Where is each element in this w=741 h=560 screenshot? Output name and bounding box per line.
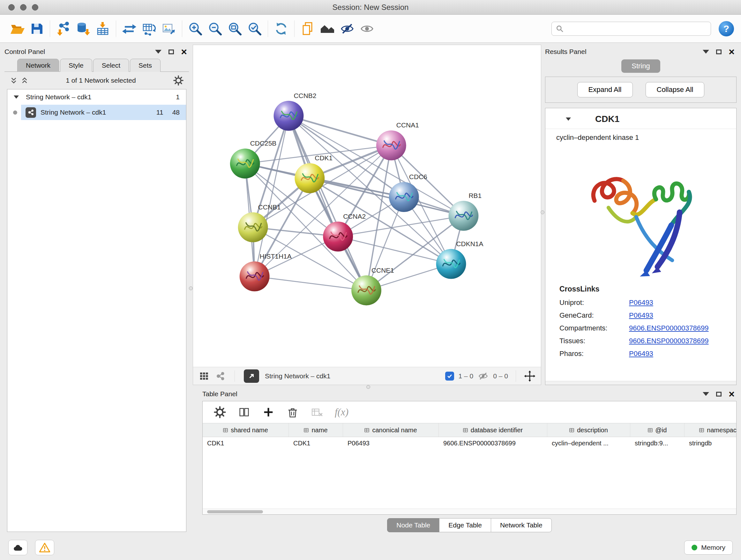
- show-columns-icon[interactable]: [238, 406, 251, 419]
- tab-node-table[interactable]: Node Table: [387, 518, 440, 532]
- splitter-handle[interactable]: [189, 287, 193, 290]
- network-node-hist1h1a[interactable]: HIST1H1A: [240, 253, 292, 292]
- column-header-namespac[interactable]: namespac: [684, 423, 736, 437]
- export-image-icon[interactable]: [159, 18, 179, 39]
- table-cell[interactable]: cyclin–dependent ...: [547, 437, 630, 450]
- search-field[interactable]: [551, 22, 711, 36]
- close-panel-icon[interactable]: ×: [729, 389, 735, 399]
- add-column-icon[interactable]: [262, 406, 275, 419]
- memory-button[interactable]: Memory: [684, 541, 733, 555]
- show-glass-eye-icon[interactable]: [357, 18, 377, 39]
- zoom-selected-icon[interactable]: [245, 18, 265, 39]
- network-node-ccna1[interactable]: CCNA1: [376, 121, 419, 160]
- table-cell[interactable]: stringdb: [684, 437, 736, 450]
- gene-card-header[interactable]: CDK1: [545, 108, 736, 129]
- float-panel-icon[interactable]: [716, 392, 722, 396]
- float-panel-icon[interactable]: [169, 50, 174, 54]
- refresh-layout-icon[interactable]: [271, 18, 291, 39]
- pan-crosshair-icon[interactable]: [524, 370, 536, 382]
- reload-network-icon[interactable]: [119, 18, 139, 39]
- close-panel-icon[interactable]: ×: [729, 47, 735, 57]
- cloud-button[interactable]: [8, 540, 27, 555]
- collection-disclosure-icon[interactable]: [14, 96, 19, 99]
- share-network-icon[interactable]: [215, 371, 226, 381]
- network-node-cdkn1a[interactable]: CDKN1A: [436, 240, 483, 279]
- birds-eye-view-icon[interactable]: [198, 370, 210, 382]
- import-table-icon[interactable]: [93, 18, 113, 39]
- help-button[interactable]: ?: [719, 21, 734, 37]
- gene-disclosure-icon[interactable]: [566, 118, 571, 121]
- gear-icon[interactable]: [173, 75, 184, 86]
- import-network-file-icon[interactable]: [53, 18, 73, 39]
- network-node-ccnb1[interactable]: CCNB1: [238, 203, 281, 242]
- table-cell[interactable]: P06493: [343, 437, 439, 450]
- crosslink-compartments[interactable]: 9606.ENSP00000378699: [629, 324, 709, 332]
- network-row[interactable]: String Network – cdk1 11 48: [7, 105, 186, 120]
- import-network-database-icon[interactable]: [73, 18, 93, 39]
- open-in-new-window-button[interactable]: [244, 369, 259, 383]
- collapse-all-icon[interactable]: [10, 76, 18, 84]
- search-input[interactable]: [566, 25, 707, 33]
- splitter-handle[interactable]: [541, 210, 544, 214]
- crosslink-genecard[interactable]: P06493: [629, 311, 653, 320]
- expand-all-icon[interactable]: [20, 76, 29, 84]
- float-panel-icon[interactable]: [716, 50, 722, 54]
- network-from-table-icon[interactable]: [139, 18, 159, 39]
- splitter-handle[interactable]: [366, 385, 370, 389]
- open-session-button[interactable]: [7, 18, 27, 39]
- tab-string[interactable]: String: [621, 59, 660, 73]
- scrollbar-thumb[interactable]: [207, 510, 263, 513]
- expand-all-button[interactable]: Expand All: [577, 82, 633, 98]
- panel-menu-icon[interactable]: [703, 392, 709, 396]
- table-cell[interactable]: stringdb:9...: [630, 437, 684, 450]
- warning-button[interactable]: [35, 540, 54, 555]
- crosslink-tissues[interactable]: 9606.ENSP00000378699: [629, 337, 709, 345]
- column-header-canonical-name[interactable]: canonical name: [343, 423, 439, 437]
- close-window-button[interactable]: [8, 4, 15, 10]
- column-header-database-identifier[interactable]: database identifier: [439, 423, 547, 437]
- tab-sets[interactable]: Sets: [130, 59, 160, 72]
- home-icon[interactable]: [318, 18, 337, 39]
- network-edge[interactable]: [310, 178, 463, 216]
- panel-menu-icon[interactable]: [155, 50, 161, 54]
- table-cell[interactable]: CDK1: [203, 437, 289, 450]
- panel-menu-icon[interactable]: [703, 50, 709, 54]
- crosslink-pharos[interactable]: P06493: [629, 350, 653, 358]
- network-edge[interactable]: [288, 116, 366, 291]
- network-canvas[interactable]: CCNB2CCNA1CDC25BCDK1CDC6RB1CCNB1CCNA2CDK…: [193, 45, 541, 367]
- column-header-shared-name[interactable]: shared name: [203, 423, 289, 437]
- collapse-all-button[interactable]: Collapse All: [646, 82, 704, 98]
- network-node-cdc25b[interactable]: CDC25B: [230, 139, 277, 179]
- tab-network-table[interactable]: Network Table: [491, 518, 552, 532]
- network-graph[interactable]: CCNB2CCNA1CDC25BCDK1CDC6RB1CCNB1CCNA2CDK…: [193, 45, 541, 367]
- column-header-description[interactable]: description: [547, 423, 630, 437]
- table-cell[interactable]: 9606.ENSP00000378699: [439, 437, 547, 450]
- selected-checkbox-icon[interactable]: [445, 372, 454, 381]
- network-node-ccnb2[interactable]: CCNB2: [274, 92, 317, 131]
- tab-style[interactable]: Style: [60, 59, 92, 72]
- crosslink-uniprot[interactable]: P06493: [629, 299, 653, 307]
- table-gear-icon[interactable]: [213, 406, 226, 419]
- table-row[interactable]: CDK1CDK1P064939606.ENSP00000378699cyclin…: [203, 437, 736, 450]
- results-scrollbar[interactable]: [545, 381, 736, 385]
- zoom-fit-icon[interactable]: [225, 18, 245, 39]
- column-header-id[interactable]: @id: [630, 423, 684, 437]
- network-edge[interactable]: [288, 116, 391, 145]
- network-node-rb1[interactable]: RB1: [449, 192, 482, 231]
- hide-glass-eye-slash-icon[interactable]: [337, 18, 357, 39]
- column-header-name[interactable]: name: [289, 423, 343, 437]
- zoom-window-button[interactable]: [32, 4, 38, 10]
- zoom-in-icon[interactable]: [185, 18, 205, 39]
- hidden-eye-slash-icon[interactable]: [478, 371, 488, 381]
- copy-document-icon[interactable]: [298, 18, 318, 39]
- network-collection-row[interactable]: String Network – cdk1 1: [7, 89, 186, 105]
- zoom-out-icon[interactable]: [205, 18, 225, 39]
- network-edge[interactable]: [255, 276, 366, 291]
- table-cell[interactable]: CDK1: [289, 437, 343, 450]
- delete-column-icon[interactable]: [286, 406, 299, 419]
- tab-edge-table[interactable]: Edge Table: [439, 518, 491, 532]
- save-session-button[interactable]: [27, 18, 47, 39]
- close-panel-icon[interactable]: ×: [181, 47, 187, 57]
- tab-select[interactable]: Select: [93, 59, 129, 72]
- tab-network[interactable]: Network: [17, 59, 59, 72]
